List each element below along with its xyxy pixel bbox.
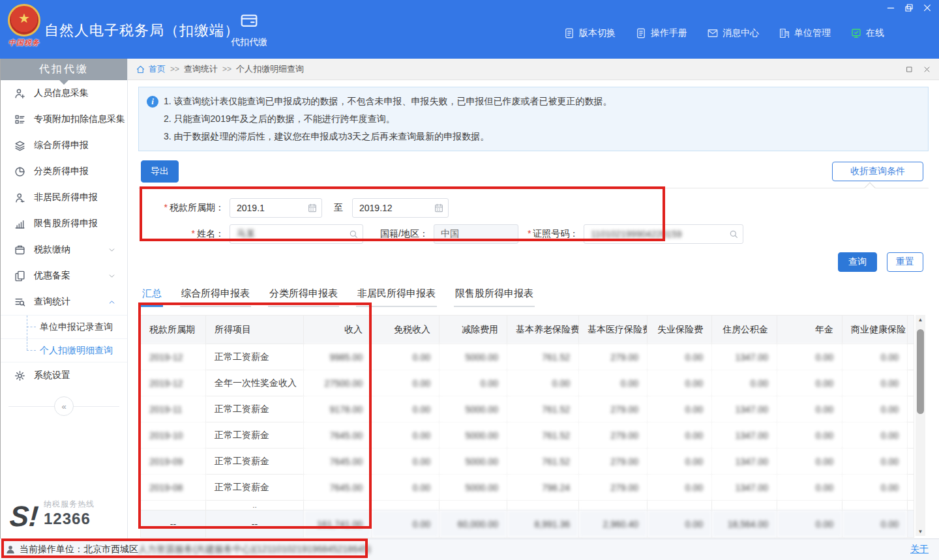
search-icon[interactable] [348,229,359,239]
nationality-input: 中国 [434,224,518,244]
table-cell: 全年一次性奖金收入 [206,370,304,396]
table-cell [712,501,777,510]
table-cell [908,396,914,422]
tab-comprehensive[interactable]: 综合所得申报表 [180,286,251,307]
table-cell [372,501,440,510]
table-cell: 0.00 [648,510,712,538]
table-cell: 0.00 [372,475,440,501]
table-cell [842,501,908,510]
table-header-cell: 减除费用 [440,316,507,344]
sidebar-item-restricted-shares[interactable]: 限售股所得申报 [1,211,127,237]
toolbar: 导出 收折查询条件 [138,159,929,185]
result-tabs: 汇总综合所得申报表分类所得申报表非居民所得申报表限售股所得申报表 [141,286,929,307]
table-cell: 正常工资薪金 [206,475,304,501]
table-cell: 279.00 [579,449,648,475]
online-icon [850,27,862,39]
sidebar-item-label: 人员信息采集 [34,87,118,99]
table-cell: 1347.00 [712,422,777,449]
nationality-label: 国籍/地区： [380,228,428,240]
table-row-partial: .. [141,501,914,510]
header-menu-message-center[interactable]: 消息中心 [707,27,759,39]
chevron-up-icon [106,298,118,306]
table-cell: 0.00 [777,344,842,370]
table-cell: 0.00 [842,449,908,475]
panel-maximize-button[interactable] [905,65,914,74]
sidebar-subitem-unit-declare-query[interactable]: 单位申报记录查询 [1,315,127,338]
table-cell: 0.00 [777,396,842,422]
wallet2-icon [14,244,26,256]
scroll-down-arrow[interactable]: ▼ [916,527,925,536]
collapse-query-button[interactable]: 收折查询条件 [832,162,923,181]
table-row: 2019-12正常工资薪金9985.000.005000.00761.52279… [141,344,914,370]
tab-classified[interactable]: 分类所得申报表 [268,286,339,307]
table-cell: 8,991.36 [507,510,579,538]
hotline-block: S! 纳税服务热线 12366 [10,499,95,529]
table-cell: 0.00 [507,370,579,396]
table-header-cell: 基本养老保险费 [507,316,579,344]
search-list-icon [14,296,26,308]
table-cell [440,501,507,510]
header-menu-manual[interactable]: 操作手册 [635,27,687,39]
table-cell: 0.00 [842,370,908,396]
period-from-input[interactable] [230,198,322,218]
table-cell: 0.00 [777,475,842,501]
about-link[interactable]: 关于 [910,544,929,555]
period-label: *税款所属期： [138,202,224,214]
restore-button[interactable] [904,3,914,13]
notice-line: 1. 该查询统计表仅能查询已申报成功的数据，不包含未申报、申报失败，已申报但已作… [164,93,612,110]
sidebar-item-label: 系统设置 [34,370,118,381]
close-button[interactable] [922,3,932,13]
tab-nonresident[interactable]: 非居民所得申报表 [356,286,437,307]
sidebar-item-tax-payment[interactable]: 税款缴纳 [1,237,127,263]
sidebar-item-personnel-info[interactable]: 人员信息采集 [1,80,127,106]
period-to-input[interactable] [352,198,449,218]
header-tab-withholding[interactable]: 代扣代缴 [219,10,279,48]
search-icon[interactable] [728,229,739,239]
panel-close-button[interactable] [923,65,931,74]
table-header-cell: 失业保险费 [648,316,712,344]
sidebar-item-system-settings[interactable]: 系统设置 [1,362,127,389]
vertical-scrollbar[interactable]: ▲ ▼ [916,315,925,536]
export-button[interactable]: 导出 [141,160,179,183]
table-cell: 1347.00 [712,344,777,370]
sidebar-subitem-personal-withholding-query[interactable]: 个人扣缴明细查询 [1,338,127,362]
sidebar-item-special-deduction[interactable]: 专项附加扣除信息采集 [1,106,127,132]
vertical-scrollbar-thumb[interactable] [917,329,924,414]
table-cell: 0.00 [648,475,712,501]
table-header-cell: 基本医疗保险费 [579,316,648,344]
table-cell [908,422,914,449]
table-cell: .. [206,501,304,510]
table-cell [908,475,914,501]
table-cell [908,510,914,538]
header-menu: 版本切换操作手册消息中心单位管理在线 [563,27,884,39]
name-input[interactable]: 马某 [230,224,363,244]
table-row: 2019-11正常工资薪金9178.000.005000.00761.52279… [141,396,914,422]
query-button[interactable]: 查询 [838,252,877,272]
sidebar-item-preferential-filing[interactable]: 优惠备案 [1,263,127,289]
id-number-input[interactable]: 110102199904220159 [584,224,743,244]
breadcrumb-home-link[interactable]: 首页 [149,63,166,75]
sidebar-item-comprehensive-income[interactable]: 综合所得申报 [1,132,127,158]
gear-icon [14,370,26,382]
tab-restricted[interactable]: 限售股所得申报表 [454,286,535,307]
table-header-row: 税款所属期所得项目收入免税收入减除费用基本养老保险费基本医疗保险费失业保险费住房… [141,316,914,344]
sidebar-item-nonresident-income[interactable]: 非居民所得申报 [1,184,127,211]
tab-summary[interactable]: 汇总 [141,286,163,307]
header-menu-online[interactable]: 在线 [850,27,884,39]
header-menu-unit-management[interactable]: 单位管理 [779,27,831,39]
table-cell [579,501,648,510]
sidebar-item-query-statistics[interactable]: 查询统计 [1,289,127,315]
minimize-button[interactable] [886,3,896,13]
wallet-icon [239,10,259,30]
header-menu-version-switch[interactable]: 版本切换 [563,27,616,39]
sidebar-item-classified-income[interactable]: 分类所得申报 [1,158,127,184]
scroll-up-arrow[interactable]: ▲ [916,315,925,324]
table-cell: 0.00 [440,370,507,396]
filter-panel: *税款所属期： 至 *姓名： 马某 国籍/地区： 中国 *证照号码： [138,188,929,280]
sidebar: 代扣代缴 人员信息采集专项附加扣除信息采集综合所得申报分类所得申报非居民所得申报… [0,59,128,538]
table-cell [908,370,914,396]
sidebar-collapse-button[interactable]: « [54,396,74,416]
reset-button[interactable]: 重置 [887,252,923,272]
list-icon [14,113,26,126]
table-cell [908,501,914,510]
